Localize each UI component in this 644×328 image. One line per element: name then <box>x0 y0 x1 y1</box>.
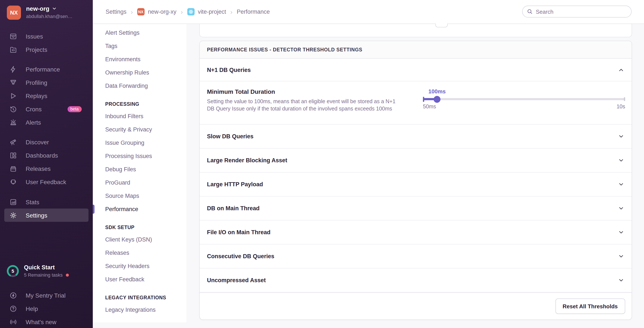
app-window: NX new-org abdullah.khan@sen… Issues Pro… <box>0 0 644 328</box>
reset-all-thresholds-button[interactable]: Reset All Thresholds <box>555 298 625 314</box>
settings-nav-proguard[interactable]: ProGuard <box>93 176 186 189</box>
settings-nav-environments[interactable]: Environments <box>93 53 186 66</box>
releases-icon <box>10 165 17 172</box>
previous-panel-cutoff <box>199 24 632 37</box>
threshold-settings-panel: PERFORMANCE ISSUES - DETECTOR THRESHOLD … <box>199 41 632 320</box>
broadcast-icon <box>10 318 17 326</box>
stats-icon <box>10 198 17 206</box>
gear-icon <box>10 211 17 219</box>
settings-nav-data-forwarding[interactable]: Data Forwarding <box>93 79 186 92</box>
slider-max-label: 10s <box>617 104 625 110</box>
sidebar-item-issues[interactable]: Issues <box>0 30 93 43</box>
settings-nav-security-privacy[interactable]: Security & Privacy <box>93 123 186 136</box>
settings-nav-processing-issues[interactable]: Processing Issues <box>93 149 186 163</box>
org-switcher[interactable]: NX new-org abdullah.khan@sen… <box>7 6 72 20</box>
slider-thumb[interactable] <box>434 96 440 103</box>
settings-nav-header-sdk-setup: SDK SETUP <box>93 222 186 233</box>
breadcrumb-org[interactable]: NX new-org-xy <box>137 8 176 16</box>
sidebar-item-my-sentry-trial[interactable]: My Sentry Trial <box>0 289 93 302</box>
primary-sidebar: NX new-org abdullah.khan@sen… Issues Pro… <box>0 0 93 328</box>
chevron-down-icon <box>618 277 624 283</box>
notification-dot <box>66 273 69 276</box>
panel-title: PERFORMANCE ISSUES - DETECTOR THRESHOLD … <box>207 47 362 52</box>
org-avatar: NX <box>7 6 21 20</box>
settings-nav-legacy-integrations[interactable]: Legacy Integrations <box>93 303 186 316</box>
sidebar-item-dashboards[interactable]: Dashboards <box>0 148 93 162</box>
settings-nav-header-processing: PROCESSING <box>93 98 186 110</box>
chevron-right-icon: › <box>131 8 133 16</box>
accordion-db-on-main-thread[interactable]: DB on Main Thread <box>200 197 632 221</box>
replays-icon <box>10 92 17 100</box>
sidebar-item-projects[interactable]: Projects <box>0 43 93 56</box>
panel-header: PERFORMANCE ISSUES - DETECTOR THRESHOLD … <box>200 41 632 59</box>
settings-nav-user-feedback[interactable]: User Feedback <box>93 273 186 286</box>
breadcrumb-project[interactable]: vite-project <box>187 8 226 16</box>
accordion-file-io-on-main-thread[interactable]: File I/O on Main Thread <box>200 221 632 245</box>
user-email: abdullah.khan@sen… <box>26 14 72 19</box>
accordion-large-render-blocking-asset[interactable]: Large Render Blocking Asset <box>200 148 632 173</box>
setting-description: Setting the value to 100ms, means that a… <box>207 98 400 112</box>
accordion-uncompressed-asset[interactable]: Uncompressed Asset <box>200 268 632 292</box>
react-logo-icon <box>187 8 194 16</box>
help-icon <box>10 305 17 312</box>
sidebar-item-discover[interactable]: Discover <box>0 135 93 148</box>
settings-nav-alert-settings[interactable]: Alert Settings <box>93 26 186 39</box>
quick-start-count: 5 <box>7 265 19 277</box>
chevron-down-icon <box>52 6 57 11</box>
settings-nav-releases[interactable]: Releases <box>93 246 186 259</box>
cutoff-partial-control <box>435 24 448 27</box>
accordion-large-http-payload[interactable]: Large HTTP Payload <box>200 173 632 197</box>
search-icon <box>527 9 533 15</box>
breadcrumb-settings[interactable]: Settings <box>106 9 126 15</box>
accordion-n1-db-queries[interactable]: N+1 DB Queries <box>200 59 632 81</box>
slider-track[interactable] <box>423 98 625 100</box>
breadcrumb: Settings › NX new-org-xy › vite-project … <box>106 8 270 16</box>
settings-nav-inbound-filters[interactable]: Inbound Filters <box>93 110 186 123</box>
settings-nav-ownership-rules[interactable]: Ownership Rules <box>93 66 186 79</box>
sidebar-item-whats-new[interactable]: What's new <box>0 315 93 328</box>
org-name: new-org <box>26 6 50 12</box>
panel-footer: Reset All Thresholds <box>200 292 632 319</box>
settings-nav-issue-grouping[interactable]: Issue Grouping <box>93 136 186 149</box>
discover-icon <box>10 138 17 146</box>
sidebar-item-crons[interactable]: Crons beta <box>0 102 93 116</box>
main-content: PERFORMANCE ISSUES - DETECTOR THRESHOLD … <box>186 24 644 328</box>
performance-icon <box>10 65 17 73</box>
settings-nav-source-maps[interactable]: Source Maps <box>93 189 186 203</box>
settings-nav-client-keys[interactable]: Client Keys (DSN) <box>93 233 186 246</box>
search-input[interactable]: Search <box>522 6 632 18</box>
sidebar-item-releases[interactable]: Releases <box>0 162 93 175</box>
settings-nav-tags[interactable]: Tags <box>93 39 186 53</box>
accordion-slow-db-queries[interactable]: Slow DB Queries <box>200 125 632 148</box>
quick-start-title: Quick Start <box>24 265 69 270</box>
chevron-right-icon: › <box>230 8 232 16</box>
sidebar-item-profiling[interactable]: Profiling <box>0 76 93 89</box>
chevron-up-icon <box>618 67 624 73</box>
user-feedback-icon <box>10 178 17 186</box>
active-nav-indicator <box>93 205 94 214</box>
issues-icon <box>10 32 17 40</box>
crons-icon <box>10 105 17 113</box>
slider-min-label: 50ms <box>423 104 436 110</box>
accordion-consecutive-db-queries[interactable]: Consecutive DB Queries <box>200 245 632 268</box>
slider-max-cap <box>624 97 625 101</box>
sidebar-item-performance[interactable]: Performance <box>0 63 93 76</box>
chevron-down-icon <box>618 229 624 236</box>
settings-nav-performance[interactable]: Performance <box>93 203 186 216</box>
sidebar-item-replays[interactable]: Replays <box>0 89 93 102</box>
settings-nav-debug-files[interactable]: Debug Files <box>93 163 186 176</box>
chevron-down-icon <box>618 181 624 188</box>
sidebar-item-alerts[interactable]: Alerts <box>0 116 93 129</box>
chevron-down-icon <box>618 253 624 259</box>
sidebar-item-settings[interactable]: Settings <box>4 209 88 222</box>
chevron-down-icon <box>618 157 624 163</box>
dashboards-icon <box>10 151 17 159</box>
quick-start[interactable]: 5 Quick Start 5 Remaining tasks <box>7 265 69 277</box>
settings-nav-header-legacy: LEGACY INTEGRATIONS <box>93 292 186 303</box>
chevron-down-icon <box>618 205 624 212</box>
slider-min-cap <box>423 97 424 102</box>
settings-nav-security-headers[interactable]: Security Headers <box>93 259 186 273</box>
sidebar-item-help[interactable]: Help <box>0 302 93 315</box>
sidebar-item-user-feedback[interactable]: User Feedback <box>0 175 93 188</box>
sidebar-item-stats[interactable]: Stats <box>0 195 93 209</box>
